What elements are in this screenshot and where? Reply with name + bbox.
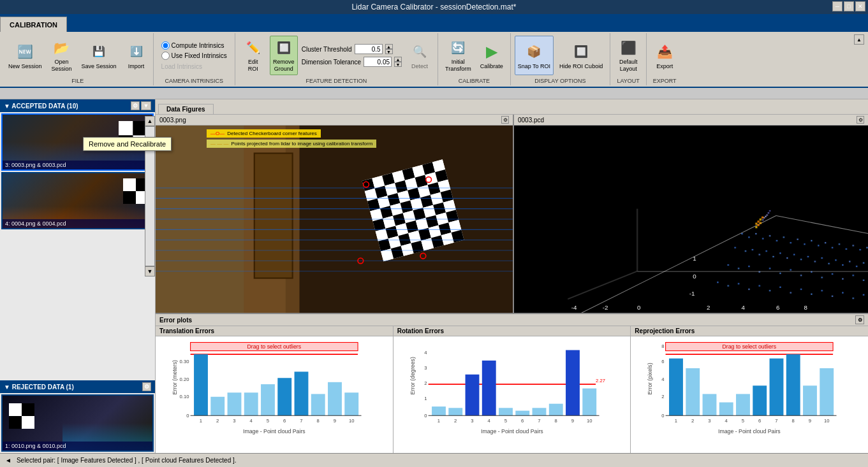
svg-text:Image - Point cloud Pairs: Image - Point cloud Pairs — [718, 428, 781, 435]
default-layout-button[interactable]: ⬛ DefaultLayout — [614, 36, 642, 75]
reprojection-errors-plot: Reprojection Errors Error (pixels) Drag … — [631, 326, 868, 453]
accepted-settings-button[interactable]: ⚙ — [131, 101, 140, 110]
svg-rect-168 — [779, 287, 781, 288]
svg-rect-108 — [741, 233, 742, 234]
restore-button[interactable]: □ — [844, 1, 854, 11]
svg-text:Image - Point cloud Pairs: Image - Point cloud Pairs — [243, 428, 305, 435]
svg-rect-149 — [748, 266, 749, 267]
svg-rect-142 — [835, 259, 836, 261]
cluster-threshold-up[interactable]: ▲ — [385, 44, 393, 49]
image-view-settings[interactable]: ⚙ — [501, 116, 509, 124]
svg-rect-140 — [821, 257, 823, 259]
open-session-button[interactable]: 📂 OpenSession — [48, 36, 76, 75]
svg-rect-160 — [863, 280, 864, 281]
svg-text:-4: -4 — [571, 304, 577, 311]
edit-roi-icon: ✏️ — [243, 38, 263, 57]
svg-rect-180 — [767, 214, 768, 215]
dimension-tolerance-up[interactable]: ▲ — [394, 57, 402, 62]
svg-rect-135 — [786, 257, 788, 259]
svg-text:3: 3 — [471, 418, 473, 424]
svg-rect-263 — [770, 359, 784, 416]
thumbnail-label-3: 3: 0003.png & 0003.pcd — [3, 161, 152, 169]
thumbnail-item-3[interactable]: Remove and Recalibrate 3: 0003.png & 000… — [1, 113, 154, 171]
accepted-scroll-up[interactable]: ▲ — [145, 116, 155, 126]
svg-text:3: 3 — [233, 418, 235, 424]
cluster-threshold-input[interactable] — [355, 44, 383, 54]
save-session-button[interactable]: 💾 Save Session — [78, 36, 120, 75]
svg-rect-227 — [448, 408, 462, 415]
display-options-group-label: DISPLAY OPTIONS — [515, 78, 606, 84]
svg-rect-183 — [755, 222, 757, 224]
new-session-button[interactable]: 🆕 New Session — [5, 36, 45, 75]
svg-text:0: 0 — [186, 413, 189, 419]
detect-button[interactable]: 🔍 Detect — [406, 36, 434, 75]
dimension-tolerance-down[interactable]: ▼ — [394, 62, 402, 67]
svg-rect-172 — [821, 290, 823, 291]
cluster-threshold-label: Cluster Threshold — [302, 46, 352, 53]
svg-text:-2: -2 — [603, 304, 608, 311]
thumbnail-item-rejected-1[interactable]: 1: 0010.png & 0010.pcd — [1, 394, 154, 452]
svg-text:7: 7 — [300, 418, 302, 424]
cluster-threshold-down[interactable]: ▼ — [385, 49, 393, 54]
thumbnail-label-4: 4: 0004.png & 0004.pcd — [3, 219, 152, 228]
compute-intrinsics-option[interactable]: Compute Intrinsics — [161, 41, 224, 50]
svg-rect-15 — [254, 154, 293, 278]
accepted-scroll-down[interactable]: ▼ — [145, 266, 155, 277]
svg-rect-226 — [432, 406, 446, 415]
load-intrinsics-link[interactable]: Load Intrinsics — [161, 63, 202, 70]
svg-text:Error (degrees): Error (degrees) — [409, 357, 415, 394]
svg-rect-0 — [119, 121, 133, 136]
svg-text:1: 1 — [200, 418, 202, 424]
snap-to-roi-button[interactable]: 📦 Snap To ROI — [515, 36, 554, 75]
reprojection-errors-title: Reprojection Errors — [631, 326, 868, 336]
svg-rect-118 — [811, 240, 812, 241]
svg-rect-166 — [759, 285, 760, 286]
rejected-settings-button[interactable]: ⚙ — [142, 382, 151, 391]
feature-detection-group-label: FEATURE DETECTION — [239, 78, 434, 84]
dimension-tolerance-input[interactable] — [364, 57, 392, 67]
svg-rect-164 — [738, 283, 739, 284]
default-layout-icon: ⬛ — [618, 38, 638, 57]
snap-to-roi-icon: 📦 — [524, 41, 544, 62]
export-button[interactable]: 📤 Export — [651, 36, 679, 75]
svg-rect-137 — [800, 259, 802, 260]
save-session-icon: 💾 — [89, 41, 109, 62]
pointcloud-view-settings[interactable]: ⚙ — [857, 116, 864, 124]
annotation-projected: — — — Points projected from lidar to ima… — [207, 140, 376, 148]
svg-rect-128 — [735, 247, 736, 248]
hide-roi-cuboid-button[interactable]: 🔲 Hide ROI Cuboid — [556, 36, 606, 75]
remove-ground-button[interactable]: 🔲 RemoveGround — [270, 36, 298, 75]
svg-rect-6 — [123, 191, 136, 204]
svg-text:8: 8 — [804, 304, 807, 311]
calibrate-button[interactable]: ▶ Calibrate — [477, 36, 506, 75]
svg-text:6: 6 — [521, 418, 524, 424]
calibrate-group-label: CALIBRATE — [442, 78, 506, 84]
close-button[interactable]: ✕ — [855, 1, 865, 11]
thumbnail-item-4[interactable]: 4: 0004.png & 0004.pcd — [1, 172, 154, 229]
edit-roi-button[interactable]: ✏️ EditROI — [239, 36, 267, 75]
initial-transform-button[interactable]: 🔄 InitialTransform — [442, 36, 474, 75]
tab-data-figures[interactable]: Data Figures — [158, 104, 214, 114]
svg-text:Error (meters): Error (meters) — [172, 360, 178, 395]
svg-text:0.20: 0.20 — [180, 377, 189, 382]
svg-rect-179 — [765, 216, 766, 217]
svg-rect-204 — [311, 394, 325, 415]
import-button[interactable]: ⬇️ Import — [122, 36, 151, 75]
error-plots-settings[interactable]: ⚙ — [855, 315, 864, 324]
tab-calibration[interactable]: CALIBRATION — [0, 17, 67, 32]
svg-rect-173 — [832, 296, 833, 297]
svg-rect-257 — [669, 359, 683, 416]
fixed-intrinsics-option[interactable]: Use Fixed Intrinsics — [161, 52, 227, 60]
minimize-button[interactable]: ─ — [832, 1, 842, 11]
svg-text:6: 6 — [758, 418, 761, 424]
svg-text:0.30: 0.30 — [180, 359, 189, 364]
file-group-label: FILE — [5, 78, 151, 84]
status-arrow-left[interactable]: ◄ — [5, 457, 11, 464]
accepted-scroll-btn[interactable]: ▼ — [141, 101, 151, 110]
svg-rect-230 — [499, 408, 513, 415]
recalibrate-tooltip: Remove and Recalibrate — [83, 137, 154, 151]
ribbon-collapse-button[interactable]: ▲ — [854, 34, 864, 45]
svg-rect-169 — [790, 292, 791, 293]
svg-rect-234 — [566, 350, 580, 416]
svg-rect-189 — [760, 222, 761, 224]
